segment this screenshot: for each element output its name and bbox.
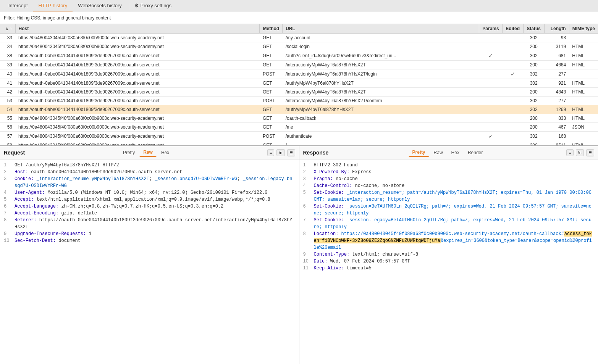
tab-http-history[interactable]: HTTP history bbox=[33, 0, 73, 11]
request-tab-hex[interactable]: Hex bbox=[157, 149, 173, 156]
col-header-edited[interactable]: Edited bbox=[502, 24, 523, 34]
request-line: 4User-Agent: Mozilla/5.0 (Windows NT 10.… bbox=[4, 189, 295, 196]
col-header-method[interactable]: Method bbox=[260, 24, 283, 34]
response-tab-raw[interactable]: Raw bbox=[430, 149, 447, 156]
line-text: Host: oauth-0abe0041044140b1809f3de90267… bbox=[15, 169, 295, 176]
request-line: 9Upgrade-Insecure-Requests: 1 bbox=[4, 230, 295, 237]
history-table-container: # ↑ Host Method URL Params Edited Status… bbox=[0, 24, 598, 146]
line-text: Cookie: _interaction_resume=yMpW4byT6al8… bbox=[15, 176, 295, 189]
table-row[interactable]: 58https://0a480043045f40f080a63f0c00b900… bbox=[0, 141, 598, 147]
line-number: 6 bbox=[4, 203, 11, 210]
line-text: Set-Cookie: _session=BeTAUfM60Ln_2qOIL7R… bbox=[314, 203, 595, 217]
table-row[interactable]: 34https://0a480043045f40f080a63f0c00b900… bbox=[0, 42, 598, 51]
response-tab-render[interactable]: Render bbox=[464, 149, 486, 156]
line-text: Set-Cookie: _session.legacy=BeTAUfM60Ln_… bbox=[314, 217, 595, 230]
line-number: 1 bbox=[303, 162, 311, 169]
request-title: Request bbox=[4, 150, 25, 156]
request-line: 6Accept-Language: zh-CN,zh;q=0.8,zh-TW;q… bbox=[4, 203, 295, 210]
response-line: 11Keep-Alive: timeout=5 bbox=[303, 265, 595, 272]
table-row[interactable]: 54https://oauth-0abe0041044140b1809f3de9… bbox=[0, 105, 598, 114]
response-panel: Response Pretty Raw Hex Render ≡ \n ≣ 1H… bbox=[299, 146, 598, 364]
history-table: # ↑ Host Method URL Params Edited Status… bbox=[0, 24, 598, 146]
response-tabs: Pretty Raw Hex Render bbox=[409, 148, 487, 157]
line-number: 10 bbox=[303, 258, 311, 265]
col-header-length[interactable]: Length bbox=[544, 24, 569, 34]
line-number: 10 bbox=[4, 237, 11, 244]
line-text: Date: Wed, 07 Feb 2024 09:57:57 GMT bbox=[314, 258, 595, 265]
request-line: 2Host: oauth-0abe0041044140b1809f3de9026… bbox=[4, 169, 295, 176]
table-row[interactable]: 41https://oauth-0abe0041044140b1809f3de9… bbox=[0, 79, 598, 88]
col-header-host[interactable]: Host bbox=[15, 24, 260, 34]
response-line: 10Date: Wed, 07 Feb 2024 09:57:57 GMT bbox=[303, 258, 595, 265]
table-row[interactable]: 56https://0a480043045f40f080a63f0c00b900… bbox=[0, 123, 598, 132]
tab-proxy-settings[interactable]: ⚙ Proxy settings bbox=[131, 1, 175, 11]
response-line: 6Set-Cookie: _session=BeTAUfM60Ln_2qOIL7… bbox=[303, 203, 595, 217]
filter-text: Filter: Hiding CSS, image and general bi… bbox=[4, 15, 111, 21]
request-content: 1GET /auth/yMpW4byT6al878hYHsX2T HTTP/22… bbox=[0, 159, 299, 364]
response-tab-hex[interactable]: Hex bbox=[448, 149, 463, 156]
response-line: 7Set-Cookie: _session.legacy=BeTAUfM60Ln… bbox=[303, 217, 595, 230]
response-line: 8Location: https://0a480043045f40f080a63… bbox=[303, 230, 595, 251]
response-icon-newline[interactable]: \n bbox=[576, 149, 584, 156]
response-line: 5Set-Cookie: _interaction_resume=; path=… bbox=[303, 189, 595, 203]
request-tabs: Pretty Raw Hex bbox=[119, 148, 173, 157]
line-text: Cache-Control: no-cache, no-store bbox=[314, 182, 595, 189]
request-line: 3Cookie: _interaction_resume=yMpW4byT6al… bbox=[4, 176, 295, 189]
tab-websockets-history[interactable]: WebSockets history bbox=[73, 0, 127, 11]
response-icon-inspector[interactable]: ≡ bbox=[566, 149, 573, 156]
table-row[interactable]: 38https://oauth-0abe0041044140b1809f3de9… bbox=[0, 51, 598, 61]
line-text: Accept: text/html,application/xhtml+xml,… bbox=[15, 196, 295, 203]
response-line: 9Content-Type: text/html; charset=utf-8 bbox=[303, 251, 595, 258]
request-line: 8Referer: https://oauth-0abe0041044140b1… bbox=[4, 217, 295, 230]
response-line: 4Cache-Control: no-cache, no-store bbox=[303, 182, 595, 189]
col-header-status[interactable]: Status bbox=[523, 24, 544, 34]
line-number: 7 bbox=[303, 217, 311, 230]
response-panel-header: Response Pretty Raw Hex Render ≡ \n ≣ bbox=[299, 146, 598, 159]
filter-bar[interactable]: Filter: Hiding CSS, image and general bi… bbox=[0, 12, 598, 24]
line-number: 7 bbox=[4, 210, 11, 217]
col-header-mime[interactable]: MIME type bbox=[569, 24, 598, 34]
table-row[interactable]: 33https://0a480043045f40f080a63f0c00b900… bbox=[0, 34, 598, 42]
request-line: 7Accept-Encoding: gzip, deflate bbox=[4, 210, 295, 217]
response-icon-wrap[interactable]: ≣ bbox=[586, 149, 594, 156]
col-header-params[interactable]: Params bbox=[479, 24, 502, 34]
request-icon-newline[interactable]: \n bbox=[276, 149, 284, 156]
table-row[interactable]: 57https://0a480043045f40f080a63f0c00b900… bbox=[0, 132, 598, 141]
line-text: Keep-Alive: timeout=5 bbox=[314, 265, 595, 272]
table-row[interactable]: 53https://oauth-0abe0041044140b1809f3de9… bbox=[0, 97, 598, 105]
line-text: Referer: https://oauth-0abe0041044140b18… bbox=[15, 217, 295, 230]
table-header-row: # ↑ Host Method URL Params Edited Status… bbox=[0, 24, 598, 34]
line-number: 2 bbox=[303, 169, 311, 176]
tab-intercept[interactable]: Intercept bbox=[3, 0, 33, 11]
line-number: 4 bbox=[303, 182, 311, 189]
line-number: 11 bbox=[303, 265, 311, 272]
table-row[interactable]: 39https://oauth-0abe0041044140b1809f3de9… bbox=[0, 61, 598, 69]
table-row[interactable]: 42https://oauth-0abe0041044140b1809f3de9… bbox=[0, 88, 598, 97]
line-text: Location: https://0a480043045f40f080a63f… bbox=[314, 230, 595, 251]
request-icon-inspector[interactable]: ≡ bbox=[267, 149, 274, 156]
line-number: 1 bbox=[4, 162, 11, 169]
line-number: 4 bbox=[4, 189, 11, 196]
line-text: User-Agent: Mozilla/5.0 (Windows NT 10.0… bbox=[15, 189, 295, 196]
request-icon-wrap[interactable]: ≣ bbox=[287, 149, 295, 156]
bottom-panels: Request Pretty Raw Hex ≡ \n ≣ 1GET /auth… bbox=[0, 146, 598, 364]
line-text: X-Powered-By: Express bbox=[314, 169, 595, 176]
col-header-num[interactable]: # ↑ bbox=[0, 24, 15, 34]
table-row[interactable]: 40https://oauth-0abe0041044140b1809f3de9… bbox=[0, 69, 598, 79]
line-text: Accept-Language: zh-CN,zh;q=0.8,zh-TW;q=… bbox=[15, 203, 295, 210]
line-number: 8 bbox=[4, 217, 11, 230]
request-tab-pretty[interactable]: Pretty bbox=[119, 149, 139, 156]
line-text: Pragma: no-cache bbox=[314, 176, 595, 182]
table-row[interactable]: 55https://0a480043045f40f080a63f0c00b900… bbox=[0, 114, 598, 123]
line-number: 9 bbox=[4, 230, 11, 237]
line-number: 3 bbox=[303, 176, 311, 182]
line-text: Accept-Encoding: gzip, deflate bbox=[15, 210, 295, 217]
line-text: Sec-Fetch-Dest: document bbox=[15, 237, 295, 244]
request-tab-raw[interactable]: Raw bbox=[139, 148, 157, 157]
response-content: 1HTTP/2 302 Found2X-Powered-By: Express3… bbox=[299, 159, 598, 364]
line-number: 9 bbox=[303, 251, 311, 258]
table-body: 33https://0a480043045f40f080a63f0c00b900… bbox=[0, 34, 598, 147]
top-navigation: Intercept HTTP history WebSockets histor… bbox=[0, 0, 598, 12]
col-header-url[interactable]: URL bbox=[283, 24, 479, 34]
response-tab-pretty[interactable]: Pretty bbox=[409, 148, 429, 157]
